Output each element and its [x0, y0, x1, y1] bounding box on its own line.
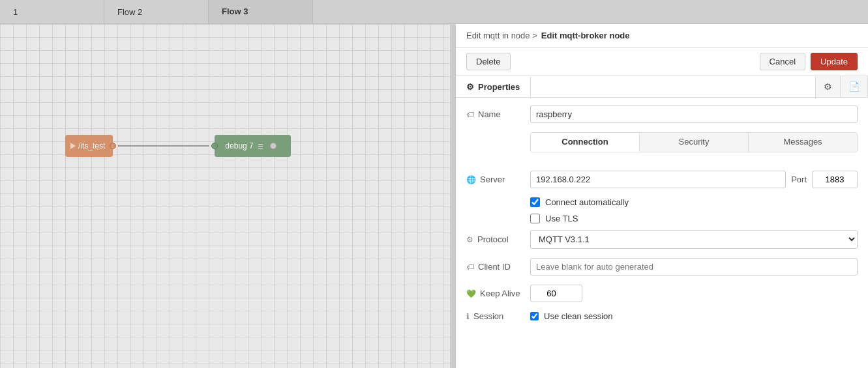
sub-tab-bar: Connection Security Messages [530, 132, 858, 152]
port-input[interactable] [812, 171, 858, 188]
session-label: ℹ Session [466, 311, 525, 321]
node-output-list-icon: ☰ [258, 143, 263, 150]
canvas-area[interactable]: /its_test debug 7 ☰ [0, 24, 450, 368]
connect-auto-checkbox[interactable] [530, 197, 540, 207]
keep-alive-icon: 💚 [466, 289, 476, 298]
keep-alive-input[interactable] [530, 285, 582, 302]
session-label-text: Session [473, 311, 503, 321]
sub-tab-messages-label: Messages [783, 137, 822, 147]
name-label: 🏷 Name [466, 109, 525, 119]
node-input-label: /its_test [78, 141, 105, 150]
panel-header: Edit mqtt in node > Edit mqtt-broker nod… [456, 24, 868, 48]
panel-content: ⚙ Properties ⚙ 📄 🏷 [456, 76, 868, 368]
panel-title: Edit mqtt-broker node [541, 31, 630, 40]
session-icon: ℹ [466, 312, 470, 321]
server-label-text: Server [480, 175, 505, 184]
name-label-text: Name [478, 109, 501, 119]
props-tab-properties[interactable]: ⚙ Properties [456, 77, 531, 97]
tab-1[interactable]: 1 [0, 0, 104, 23]
client-id-icon: 🏷 [466, 262, 474, 272]
node-output-dot [270, 143, 277, 149]
connect-auto-label: Connect automatically [545, 197, 629, 207]
server-globe-icon: 🌐 [466, 175, 476, 184]
protocol-icon: ⚙ [466, 235, 473, 244]
server-input[interactable] [530, 171, 786, 188]
props-tab-bar: ⚙ Properties ⚙ 📄 [456, 76, 868, 98]
panel-toolbar: Delete Cancel Update [456, 48, 868, 76]
breadcrumb-text: Edit mqtt in node > [466, 31, 537, 40]
tab-1-label: 1 [13, 7, 18, 17]
session-input-group: Use clean session [530, 311, 613, 321]
props-tab-icon: ⚙ [466, 82, 474, 92]
node-output-label: debug 7 [225, 141, 253, 150]
cancel-button[interactable]: Cancel [760, 53, 805, 70]
clean-session-label: Use clean session [544, 311, 613, 321]
settings-icon: ⚙ [824, 81, 832, 92]
server-label: 🌐 Server [466, 175, 525, 184]
port-label: Port [791, 175, 807, 184]
node-input[interactable]: /its_test [65, 135, 113, 157]
client-id-row: 🏷 Client ID [466, 258, 858, 276]
protocol-label: ⚙ Protocol [466, 234, 525, 244]
connect-auto-row: Connect automatically [466, 197, 858, 207]
name-row: 🏷 Name [466, 106, 858, 123]
protocol-select[interactable]: MQTT V3.1.1 MQTT V3.1 MQTT V5 [530, 230, 858, 249]
client-id-label-text: Client ID [478, 262, 511, 272]
main-layout: /its_test debug 7 ☰ Edit mqtt in node > … [0, 24, 868, 368]
sub-tab-security-label: Security [679, 137, 710, 147]
server-input-group: Port [530, 171, 858, 188]
use-tls-checkbox[interactable] [530, 214, 540, 223]
keep-alive-label: 💚 Keep Alive [466, 289, 525, 298]
form-body: 🏷 Name Connection Security [456, 98, 868, 338]
server-row: 🌐 Server Port [466, 171, 858, 188]
name-icon: 🏷 [466, 110, 474, 119]
sub-tab-connection-label: Connection [561, 137, 608, 147]
sub-tab-security[interactable]: Security [640, 133, 749, 152]
settings-icon-button[interactable]: ⚙ [816, 76, 841, 97]
clean-session-checkbox[interactable] [530, 312, 539, 320]
keep-alive-label-text: Keep Alive [480, 289, 520, 298]
node-container: /its_test debug 7 ☰ [65, 135, 291, 157]
client-id-label: 🏷 Client ID [466, 262, 525, 272]
node-output[interactable]: debug 7 ☰ [215, 135, 290, 157]
use-tls-label: Use TLS [545, 214, 578, 223]
node-input-port-right [110, 143, 116, 149]
tab-flow3-label: Flow 3 [222, 7, 248, 16]
session-row: ℹ Session Use clean session [466, 311, 858, 321]
divider-handle[interactable] [450, 24, 455, 368]
props-tab-label: Properties [478, 82, 520, 92]
tab-bar: 1 Flow 2 Flow 3 [0, 0, 868, 24]
node-output-port-left [211, 143, 218, 149]
sub-tab-connection[interactable]: Connection [531, 133, 640, 152]
tab-flow2-label: Flow 2 [117, 7, 142, 17]
sub-tab-messages[interactable]: Messages [749, 133, 857, 152]
document-icon: 📄 [848, 81, 860, 92]
name-input[interactable] [530, 106, 858, 123]
protocol-label-text: Protocol [477, 234, 509, 244]
delete-button[interactable]: Delete [466, 53, 511, 70]
sub-tab-row: Connection Security Messages [466, 132, 858, 162]
right-panel: Edit mqtt in node > Edit mqtt-broker nod… [455, 24, 868, 368]
use-tls-row: Use TLS [466, 214, 858, 223]
connector-line [118, 145, 209, 147]
protocol-row: ⚙ Protocol MQTT V3.1.1 MQTT V3.1 MQTT V5 [466, 230, 858, 249]
tab-flow3[interactable]: Flow 3 [209, 0, 313, 23]
client-id-input[interactable] [530, 258, 858, 276]
tab-flow2[interactable]: Flow 2 [104, 0, 209, 23]
document-icon-button[interactable]: 📄 [841, 76, 868, 97]
update-button[interactable]: Update [811, 53, 858, 70]
keep-alive-input-group [530, 285, 582, 302]
keep-alive-row: 💚 Keep Alive [466, 285, 858, 302]
props-tab-icons: ⚙ 📄 [815, 76, 868, 97]
